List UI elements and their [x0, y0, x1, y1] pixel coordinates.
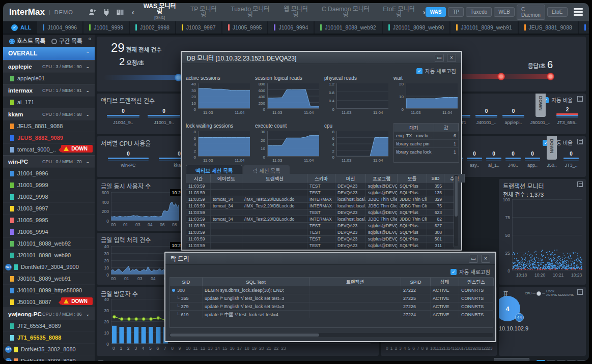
sidebar-item-J1005_9995[interactable]: J1005_9995 — [3, 214, 95, 226]
screen-lock-control[interactable]: 화면 잠금 — [98, 359, 129, 361]
tab-J10101_8088_web92[interactable]: J10101_8088_web92 — [315, 21, 381, 34]
tab-J30101_8089_web91[interactable]: J30101_8089_web91 — [450, 21, 517, 34]
status-cell: ACTIVE — [431, 302, 459, 310]
page-button-5[interactable]: 5 — [577, 360, 586, 361]
screen-pager: 기본화면 12345 — [494, 358, 586, 361]
auto-refresh-checkbox[interactable]: ✓ 자동 새로고침 — [450, 268, 490, 276]
nav-item-WAS-모니터링[interactable]: WAS 모니터링[대시1] — [143, 4, 177, 20]
menu-icon[interactable] — [574, 8, 583, 16]
session-row[interactable]: 11:03:59tomcat_34/IMX_Test2.20/DBLock.do… — [186, 196, 454, 202]
session-table-scrollbar[interactable] — [454, 175, 458, 246]
sidebar-group-applepie[interactable]: applepieCPU : 3 / MEM : 90⌄ — [3, 60, 95, 72]
page-button-2[interactable]: 2 — [547, 360, 555, 361]
sidebar-item-JT1_65535_8088[interactable]: JT1_65535_8088 — [3, 331, 95, 343]
sidebar-item-J1003_9997[interactable]: J1003_9997 — [3, 202, 95, 214]
sidebar-item-ai_171[interactable]: ai_171 — [3, 96, 95, 108]
sidebar-group-win-PC[interactable]: win-PCCPU : 0 / MEM : 70⌄ — [3, 155, 95, 167]
quick-button-C Daemon[interactable]: C Daemon — [517, 5, 545, 20]
sidebar-item-J1001_9999[interactable]: J1001_9999 — [3, 179, 95, 191]
user-admin-icon[interactable] — [89, 8, 97, 16]
wait-value-cell: 1 — [434, 148, 459, 156]
quick-button-Tuxedo[interactable]: Tuxedo — [466, 7, 492, 17]
session-row[interactable]: 11:03:59TESTDEVQA23sqlplus@DEVQ...SQL*Pl… — [186, 242, 454, 249]
nav-item-Tuxedo-모니터링[interactable]: Tuxedo 모니터링 — [230, 7, 270, 18]
lock-modal-titlebar[interactable]: 락 트리 ▭ × — [165, 253, 495, 265]
tab-J20101_8098_web90[interactable]: J20101_8098_web90 — [383, 21, 449, 34]
default-screen-button[interactable]: 기본화면 — [494, 358, 529, 361]
tab-all[interactable]: ✓ ALL — [5, 21, 37, 34]
plug-icon[interactable] — [102, 8, 110, 16]
quick-button-WEB[interactable]: WEB — [494, 7, 515, 17]
page-button-1[interactable]: 1 — [537, 360, 545, 361]
y-tick: 0 — [324, 155, 334, 160]
page-button-4[interactable]: 4 — [567, 360, 576, 361]
wait-table-row[interactable]: enq: TX - row lo...6 — [394, 131, 459, 139]
tab-label: J1001_9999 — [94, 24, 123, 31]
radio-section-list[interactable]: 구간 목록 — [51, 37, 82, 45]
session-row[interactable]: 11:03:59TESTDEVQA23sqlplus@DEVQ...SQL*Pl… — [186, 189, 454, 196]
sidebar-item-overall[interactable]: OVERALL⌃ — [3, 47, 95, 60]
cpu-mem-label: CPU : 3 / MEM : 90 — [42, 64, 82, 69]
lock-table-hscrollbar[interactable] — [170, 333, 493, 337]
quick-button-TP[interactable]: TP — [448, 7, 464, 17]
session-row[interactable]: 11:03:59tomcat_34/IMX_Test2.20/DBLock.do… — [186, 216, 454, 222]
wait-table-row[interactable]: library cache pin1 — [394, 139, 459, 147]
tab-JEUS_8881_9088[interactable]: JEUS_8881_9088 — [519, 21, 578, 34]
tab-J1003_9997[interactable]: J1003_9997 — [176, 21, 221, 34]
nav-collapse-left-icon[interactable]: ‹ — [132, 8, 134, 16]
tab-JEUS_8882_9089[interactable]: JEUS_8882_9089 — [579, 21, 589, 34]
close-icon[interactable]: × — [481, 255, 490, 263]
session-row[interactable]: 11:03:59TESTDEVQA23sqlplus@DEVQ...SQL*Pl… — [186, 222, 454, 229]
tab-J1002_9998[interactable]: J1002_9998 — [130, 21, 175, 34]
sidebar-item-applepie01[interactable]: applepie01 — [3, 72, 95, 84]
sidebar-item-J1002_9998[interactable]: J1002_9998 — [3, 191, 95, 202]
spid-cell: 27222 — [401, 286, 431, 294]
session-row[interactable]: 11:03:59TESTDEVQA23sqlplus@DEVQ...SQL*Pl… — [186, 183, 454, 189]
tab-J1006_9994[interactable]: J1006_9994 — [268, 21, 314, 34]
sidebar-item-JEUS_8882_9089[interactable]: JEUS_8882_9089 — [3, 132, 95, 143]
sidebar-item-JT2_65534_8089[interactable]: JT2_65534_8089 — [3, 320, 95, 331]
quick-button-WAS[interactable]: WAS — [426, 7, 446, 17]
sidebar-item-DontNet97_3004_9900[interactable]: NETDontNet97_3004_9900 — [3, 261, 95, 272]
wait-table-row[interactable]: library cache lock1 — [394, 147, 459, 156]
lock-row[interactable]: 308BEGIN sys.dbms_lock.sleep(30); END;27… — [170, 286, 493, 294]
session-row[interactable]: 11:03:59TESTDEVQA23sqlplus@DEVQ...SQL*Pl… — [186, 229, 454, 235]
lock-row[interactable]: └379update /* English */ test_lock set t… — [170, 302, 493, 310]
sidebar-item-DotNet35_3003_8080[interactable]: NETDotNet35_3003_8080 — [3, 355, 95, 361]
nav-item-EtoE-모니터링[interactable]: EtoE 모니터링 — [382, 7, 415, 18]
sidebar-group-intermax[interactable]: intermaxCPU : 1 / MEM : 91⌄ — [3, 84, 95, 96]
tab-J1001_9999[interactable]: J1001_9999 — [83, 21, 129, 34]
session-row[interactable]: 11:03:59TESTDEVQA23sqlplus@DEVQ...SQL*Pl… — [186, 209, 454, 216]
lock-row[interactable]: └619update /* 中國 */ test_lock set test=4… — [170, 310, 493, 318]
sidebar-item-J20101_8098_web90[interactable]: J20101_8098_web90 — [3, 249, 95, 261]
sidebar-group-ywjeong-PC[interactable]: ywjeong-PCCPU : 0 / MEM : 86⌄ — [3, 308, 95, 320]
sidebar-item-tomcat_9000_..[interactable]: tomcat_9000_..DOWN — [3, 143, 95, 155]
sidebar-item-JEUS_8881_9088[interactable]: JEUS_8881_9088 — [3, 120, 95, 132]
tab-label: J1005_9995 — [233, 24, 262, 31]
lock-row[interactable]: └355update /* English */ test_lock set t… — [170, 294, 493, 302]
tab-J1005_9995[interactable]: J1005_9995 — [222, 21, 268, 34]
tab-J1004_9996[interactable]: J1004_9996 — [37, 21, 82, 34]
sidebar-item-J40101_8099_https58090[interactable]: J40101_8099_https58090 — [3, 284, 95, 296]
session-row[interactable]: 11:03:59TESTDEVQA23sqlplus@DEVQ...SQL*Pl… — [186, 235, 454, 242]
sidebar-item-DotNet35_3002_8080[interactable]: NETDotNet35_3002_8080 — [3, 343, 95, 355]
session-row[interactable]: 11:03:59tomcat_34/IMX_Test2.20/DBLock.do… — [186, 202, 454, 209]
sidebar-group-kkam[interactable]: kkamCPU : 0 / MEM : 68⌄ — [3, 108, 95, 120]
sidebar-item-J10101_8088_web92[interactable]: J10101_8088_web92 — [3, 237, 95, 249]
sidebar-item-J30101_8089_web91[interactable]: J30101_8089_web91 — [3, 272, 95, 284]
sidebar-item-J1004_9996[interactable]: J1004_9996 — [3, 167, 95, 179]
sidebar-item-J1006_9994[interactable]: J1006_9994 — [3, 226, 95, 237]
y-tick: 0 — [97, 342, 109, 347]
sidebar-collapse-icon[interactable]: « — [88, 35, 92, 42]
sidebar-item-J50101_8087[interactable]: J50101_8087DOWN — [3, 296, 95, 308]
nav-item-웹-모니터링[interactable]: 웹 모니터링 — [283, 7, 309, 18]
nav-item-C-Daemon-모니터링[interactable]: C Daemon 모니터링 — [322, 7, 370, 18]
book-layout-icon[interactable] — [116, 8, 124, 16]
page-button-3[interactable]: 3 — [557, 360, 566, 361]
popout-icon[interactable] — [577, 289, 583, 295]
nav-item-TP-모니터링[interactable]: TP 모니터링 — [189, 7, 218, 18]
instance-color-square — [10, 241, 14, 247]
minimize-icon[interactable]: ▭ — [469, 255, 478, 263]
quick-button-EtoE[interactable]: EtoE — [547, 7, 568, 17]
radio-host-list[interactable]: 호스트 목록 — [9, 37, 45, 45]
